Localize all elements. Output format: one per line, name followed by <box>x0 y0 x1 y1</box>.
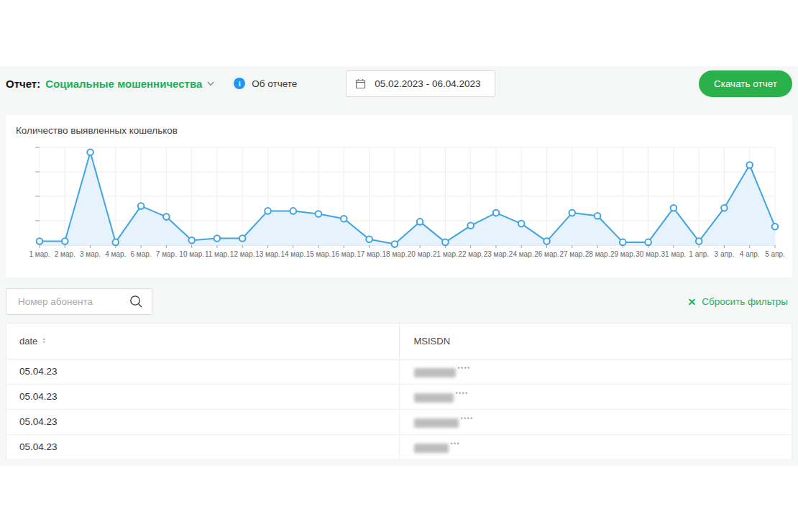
data-point[interactable] <box>214 235 221 242</box>
date-range-picker[interactable]: 05.02.2023 - 06.04.2023 <box>346 70 495 97</box>
table-row: 05.04.23*** <box>6 434 792 459</box>
svg-text:13 мар.: 13 мар. <box>255 250 280 258</box>
cell-date: 05.04.23 <box>6 434 399 459</box>
table-row: 05.04.23**** <box>6 409 792 434</box>
cell-date: 05.04.23 <box>6 384 399 409</box>
close-icon: ✕ <box>688 296 697 308</box>
top-whitespace <box>0 0 798 66</box>
svg-text:4 мар.: 4 мар. <box>105 250 126 258</box>
data-point[interactable] <box>392 241 398 247</box>
svg-text:31 мар.: 31 мар. <box>661 250 687 258</box>
svg-text:4 апр.: 4 апр. <box>740 250 760 258</box>
svg-text:14 мар.: 14 мар. <box>280 250 306 258</box>
data-point[interactable] <box>442 239 449 246</box>
subscriber-search-box <box>6 288 152 315</box>
svg-text:29 мар.: 29 мар. <box>610 250 636 258</box>
masked-msisdn-suffix: *** <box>451 441 461 448</box>
wallets-line-chart[interactable]: 1 мар.2 мар.3 мар.4 мар.6 мар.7 мар.10 м… <box>6 142 792 265</box>
svg-text:1 мар.: 1 мар. <box>29 250 50 258</box>
svg-text:27 мар.: 27 мар. <box>559 250 584 258</box>
cell-msisdn-masked: *** <box>399 434 792 459</box>
data-point[interactable] <box>417 219 423 225</box>
svg-text:3 мар.: 3 мар. <box>80 250 101 258</box>
data-point[interactable] <box>620 239 626 246</box>
svg-text:23 мар.: 23 мар. <box>484 250 509 258</box>
data-point[interactable] <box>37 238 43 244</box>
column-header-msisdn-label: MSISDN <box>414 336 451 347</box>
data-point[interactable] <box>544 238 550 244</box>
subscriber-search-input[interactable] <box>17 295 129 308</box>
data-point[interactable] <box>467 223 474 229</box>
svg-text:10 мар.: 10 мар. <box>179 250 204 258</box>
search-icon[interactable] <box>129 294 144 309</box>
svg-text:3 апр.: 3 апр. <box>715 250 735 258</box>
results-table-card: date▲▼ MSISDN 05.04.23****05.04.23****05… <box>6 323 792 460</box>
svg-text:16 мар.: 16 мар. <box>331 250 357 258</box>
filter-row: ✕ Сбросить фильтры <box>6 288 792 315</box>
report-label: Отчет: <box>6 78 40 90</box>
svg-text:20 мар.: 20 мар. <box>408 250 433 258</box>
cell-msisdn-masked: **** <box>399 384 792 409</box>
svg-text:26 мар.: 26 мар. <box>534 250 559 258</box>
data-point[interactable] <box>493 210 500 216</box>
svg-text:21 мар.: 21 мар. <box>433 250 458 258</box>
data-point[interactable] <box>341 216 347 222</box>
masked-msisdn-suffix: **** <box>458 365 471 372</box>
data-point[interactable] <box>366 237 372 243</box>
reset-filters-button[interactable]: ✕ Сбросить фильтры <box>688 296 788 308</box>
reset-filters-label: Сбросить фильтры <box>702 296 788 307</box>
table-row: 05.04.23**** <box>6 384 792 409</box>
svg-text:12 мар.: 12 мар. <box>230 250 255 258</box>
chevron-down-icon[interactable] <box>206 79 215 88</box>
svg-text:18 мар.: 18 мар. <box>382 250 408 258</box>
data-point[interactable] <box>188 237 195 244</box>
sort-icon[interactable]: ▲▼ <box>42 337 46 344</box>
date-range-value: 05.02.2023 - 06.04.2023 <box>375 78 480 89</box>
calendar-icon <box>355 78 366 89</box>
report-type-dropdown[interactable]: Социальные мошенничества <box>45 78 202 90</box>
about-report-link[interactable]: i Об отчете <box>234 78 297 89</box>
download-report-button[interactable]: Скачать отчет <box>699 70 792 97</box>
column-header-date[interactable]: date▲▼ <box>6 324 399 359</box>
masked-msisdn-blob <box>414 444 449 453</box>
data-point[interactable] <box>595 213 601 219</box>
report-toolbar: Отчет: Социальные мошенничества i Об отч… <box>6 66 792 101</box>
cell-msisdn-masked: **** <box>399 409 792 434</box>
cell-date: 05.04.23 <box>6 409 399 434</box>
cell-date: 05.04.23 <box>6 359 399 384</box>
report-selector: Отчет: Социальные мошенничества <box>6 78 215 90</box>
results-table: date▲▼ MSISDN 05.04.23****05.04.23****05… <box>6 324 792 460</box>
data-point[interactable] <box>746 162 753 168</box>
chart-card: Количество выявленных кошельков 1 мар.2 … <box>6 115 792 278</box>
data-point[interactable] <box>113 239 119 246</box>
svg-text:2 мар.: 2 мар. <box>55 250 75 258</box>
data-point[interactable] <box>290 208 297 214</box>
data-point[interactable] <box>645 239 651 246</box>
data-point[interactable] <box>671 205 677 211</box>
svg-text:7 мар.: 7 мар. <box>156 250 177 258</box>
data-point[interactable] <box>569 210 576 216</box>
cell-msisdn-masked: **** <box>399 359 792 384</box>
data-point[interactable] <box>696 238 702 244</box>
data-point[interactable] <box>138 203 145 209</box>
svg-text:1 апр.: 1 апр. <box>689 250 709 258</box>
svg-text:17 мар.: 17 мар. <box>357 250 382 258</box>
svg-text:5 апр.: 5 апр. <box>765 250 785 258</box>
data-point[interactable] <box>772 224 779 230</box>
data-point[interactable] <box>518 221 525 227</box>
table-row: 05.04.23**** <box>6 359 792 384</box>
data-point[interactable] <box>265 208 271 214</box>
masked-msisdn-suffix: **** <box>456 390 469 398</box>
data-point[interactable] <box>316 211 322 217</box>
data-point[interactable] <box>239 235 246 242</box>
data-point[interactable] <box>62 238 68 244</box>
svg-text:28 мар.: 28 мар. <box>585 250 610 258</box>
masked-msisdn-blob <box>414 393 454 403</box>
data-point[interactable] <box>721 205 728 211</box>
column-header-date-label: date <box>19 336 37 347</box>
svg-text:6 мар.: 6 мар. <box>131 250 152 258</box>
data-point[interactable] <box>87 150 93 156</box>
data-point[interactable] <box>163 214 170 220</box>
masked-msisdn-blob <box>414 418 459 428</box>
chart-title: Количество выявленных кошельков <box>16 125 792 136</box>
